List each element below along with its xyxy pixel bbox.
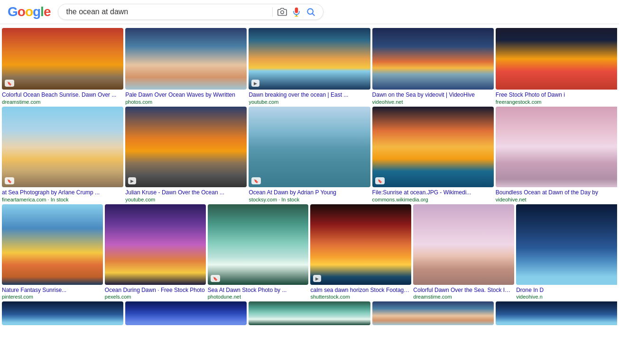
play-icon-3 (313, 275, 321, 282)
play-icon (251, 80, 259, 87)
bookmark-icon-5 (211, 275, 220, 282)
image-3-5 (413, 204, 514, 285)
image-card-3-5[interactable]: Colorful Dawn Over the Sea. Stock Image.… (413, 204, 514, 300)
bookmark-icon-2 (5, 177, 14, 184)
card-title-2-5: Boundless Ocean at Dawn of the Day by (496, 189, 617, 197)
image-card-2-4[interactable]: File:Sunrise at ocean.JPG - Wikimedi... … (372, 107, 494, 202)
card-title-3-3: Sea At Dawn Stock Photo by ... (208, 286, 309, 294)
card-title-1-5: Free Stock Photo of Dawn i (496, 91, 617, 99)
image-card-2-3[interactable]: Ocean At Dawn by Adrian P Young stocksy.… (249, 107, 370, 202)
image-row-4 (0, 301, 619, 325)
camera-search-button[interactable] (277, 7, 287, 17)
image-4-5 (496, 301, 617, 325)
card-source-1-4: videohive.net (372, 99, 494, 105)
image-card-3-3[interactable]: Sea At Dawn Stock Photo by ... photodune… (208, 204, 309, 300)
image-1-1 (2, 28, 123, 90)
image-4-2 (125, 301, 247, 325)
image-grid: Colorful Ocean Beach Sunrise. Dawn Over … (0, 24, 619, 331)
image-2-2 (125, 107, 247, 187)
image-card-4-1[interactable] (2, 301, 123, 325)
card-source-3-4: shutterstock.com (310, 294, 411, 300)
search-bar (58, 4, 323, 20)
image-3-1 (2, 204, 103, 285)
image-2-3 (249, 107, 370, 187)
image-card-2-1[interactable]: at Sea Photograph by Arlane Crump ... fi… (2, 107, 123, 202)
svg-point-0 (281, 11, 284, 14)
header: Google (0, 0, 619, 24)
card-source-1-1: dreamstime.com (2, 99, 123, 105)
image-3-4 (310, 204, 411, 285)
bookmark-icon-3 (251, 177, 261, 184)
image-card-3-4[interactable]: calm sea dawn horizon Stock Footage ... … (310, 204, 411, 300)
play-icon-2 (128, 177, 136, 184)
image-row-3: Nature Fantasy Sunrise... pinterest.com … (0, 204, 619, 300)
card-title-2-2: Julian Kruse - Dawn Over the Ocean ... (125, 189, 247, 197)
card-title-3-6: Drone In D (516, 286, 617, 294)
image-1-4 (372, 28, 494, 90)
card-source-1-2: photos.com (125, 99, 247, 105)
card-title-3-2: Ocean During Dawn · Free Stock Photo (105, 286, 206, 294)
card-source-3-5: dreamstime.com (413, 294, 514, 300)
image-4-4 (372, 301, 494, 325)
image-card-1-5[interactable]: Free Stock Photo of Dawn i freerangestoc… (496, 28, 617, 105)
card-source-3-2: pexels.com (105, 294, 206, 300)
card-source-1-5: freerangestock.com (496, 99, 617, 105)
image-card-4-3[interactable] (249, 301, 370, 325)
image-card-3-2[interactable]: Ocean During Dawn · Free Stock Photo pex… (105, 204, 206, 300)
svg-line-4 (313, 14, 315, 16)
image-2-1 (2, 107, 123, 187)
card-title-3-5: Colorful Dawn Over the Sea. Stock Image.… (413, 286, 514, 294)
image-card-2-5[interactable]: Boundless Ocean at Dawn of the Day by vi… (496, 107, 617, 202)
card-title-1-2: Pale Dawn Over Ocean Waves by Wwritten (125, 91, 247, 99)
image-1-5 (496, 28, 617, 90)
image-card-1-3[interactable]: Dawn breaking over the ocean | East ... … (249, 28, 370, 105)
card-title-3-1: Nature Fantasy Sunrise... (2, 286, 103, 294)
card-title-2-4: File:Sunrise at ocean.JPG - Wikimedi... (372, 189, 494, 197)
card-title-1-3: Dawn breaking over the ocean | East ... (249, 91, 370, 99)
image-2-5 (496, 107, 617, 187)
image-card-4-5[interactable] (496, 301, 617, 325)
search-button[interactable] (306, 7, 315, 17)
image-2-4 (372, 107, 494, 187)
image-row-1: Colorful Ocean Beach Sunrise. Dawn Over … (0, 28, 619, 105)
card-source-2-5: videohive.net (496, 197, 617, 202)
card-source-1-3: youtube.com (249, 99, 370, 105)
card-source-2-1: fineartamerica.com · In stock (2, 197, 123, 202)
card-title-2-3: Ocean At Dawn by Adrian P Young (249, 189, 370, 197)
card-source-3-1: pinterest.com (2, 294, 103, 300)
bookmark-icon-4 (375, 177, 385, 184)
card-title-3-4: calm sea dawn horizon Stock Footage ... (310, 286, 411, 294)
search-input[interactable] (66, 8, 268, 16)
image-4-1 (2, 301, 123, 325)
card-source-2-2: youtube.com (125, 197, 247, 202)
card-title-2-1: at Sea Photograph by Arlane Crump ... (2, 189, 123, 197)
bookmark-icon (5, 80, 14, 87)
card-source-2-4: commons.wikimedia.org (372, 197, 494, 202)
image-card-1-4[interactable]: Dawn on the Sea by videovit | VideoHive … (372, 28, 494, 105)
image-3-2 (105, 204, 206, 285)
image-row-2: at Sea Photograph by Arlane Crump ... fi… (0, 107, 619, 202)
divider (272, 7, 273, 17)
image-card-4-2[interactable] (125, 301, 247, 325)
image-card-4-4[interactable] (372, 301, 494, 325)
image-card-1-2[interactable]: Pale Dawn Over Ocean Waves by Wwritten p… (125, 28, 247, 105)
image-card-1-1[interactable]: Colorful Ocean Beach Sunrise. Dawn Over … (2, 28, 123, 105)
card-title-1-1: Colorful Ocean Beach Sunrise. Dawn Over … (2, 91, 123, 99)
svg-point-3 (308, 9, 314, 14)
image-1-3 (249, 28, 370, 90)
card-source-2-3: stocksy.com · In stock (249, 197, 370, 202)
image-1-2 (125, 28, 247, 90)
google-logo[interactable]: Google (8, 4, 50, 19)
card-source-3-3: photodune.net (208, 294, 309, 300)
image-card-3-6[interactable]: Drone In D videohive.n (516, 204, 617, 300)
image-card-3-1[interactable]: Nature Fantasy Sunrise... pinterest.com (2, 204, 103, 300)
image-3-3 (208, 204, 309, 285)
voice-search-button[interactable] (292, 7, 301, 17)
image-3-6 (516, 204, 617, 285)
card-source-3-6: videohive.n (516, 294, 617, 300)
card-title-1-4: Dawn on the Sea by videovit | VideoHive (372, 91, 494, 99)
image-4-3 (249, 301, 370, 325)
image-card-2-2[interactable]: Julian Kruse - Dawn Over the Ocean ... y… (125, 107, 247, 202)
